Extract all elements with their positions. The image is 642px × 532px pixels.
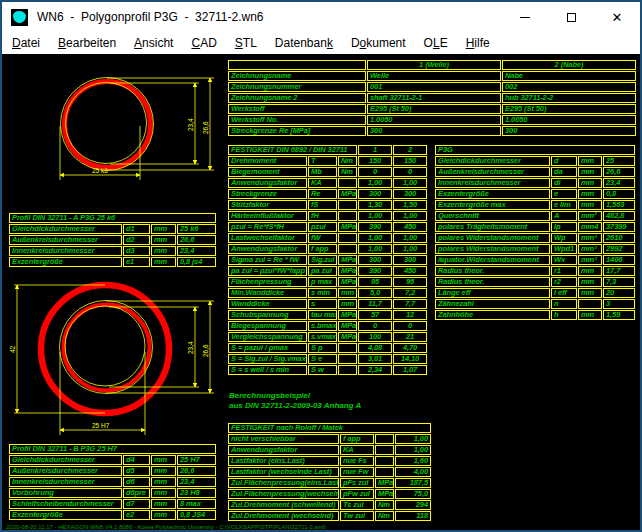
- menu-item-datei[interactable]: Datei: [3, 34, 49, 52]
- table-cell: 7,2: [393, 288, 427, 298]
- table-row: Radius theor.r1mm17,7: [435, 266, 635, 276]
- table-row: Außenkreisdurchmesserd5mm26,6: [9, 466, 216, 476]
- table-cell: [338, 178, 357, 188]
- table-profil-b: Profil DIN 32711 - B P3G 25 H7Gleichdick…: [8, 443, 217, 521]
- table-header-row: FESTIGKEIT DIN 6892 / DIN 3271112: [228, 145, 427, 155]
- table-row: Radius theor.r2mm7,3: [435, 277, 635, 287]
- table-cell: d6: [123, 477, 150, 487]
- table-row: Innenkreisdurchmesserd3mm23,4: [9, 246, 216, 256]
- table-cell: pa zul = pzul*fW*fapp: [228, 266, 307, 276]
- table-cell: h: [551, 310, 577, 320]
- table-cell: Vorbohrung: [9, 488, 122, 498]
- table-cell: 1,00: [393, 244, 427, 254]
- maximize-button[interactable]: [548, 2, 594, 32]
- table-cell: Mb: [308, 167, 337, 177]
- menu-item-datenbank[interactable]: Datenbank: [266, 34, 342, 52]
- table-cell: d6pre: [123, 488, 150, 498]
- table-cell: 3,01: [358, 354, 392, 364]
- table-cell: Vergleichsspannung: [228, 332, 307, 342]
- table-cell: 4,70: [393, 343, 427, 353]
- menu-item-cad[interactable]: CAD: [182, 34, 225, 52]
- table-cell: mm: [578, 288, 602, 298]
- dim-label-width: 25 H7: [92, 422, 110, 429]
- table-row: Biegespannungs.bmaxMPa00: [228, 321, 427, 331]
- table-cell: Wanddicke: [228, 299, 307, 309]
- table-p3g-geometry: P3GGleichdickdurchmesserdmm25Außenkreisd…: [434, 144, 636, 321]
- table-cell: Anwendungsfaktor: [228, 178, 307, 188]
- table-row: S = s well / s minS w2,341,07: [228, 365, 427, 375]
- table-row: nicht verschiebbarf app1,00: [228, 434, 431, 444]
- table-header-cell: 1 (Welle): [367, 60, 501, 70]
- table-cell: Länge eff: [435, 288, 550, 298]
- drawing-shaft-profile: 23,4 26,6 25 k6: [2, 54, 227, 219]
- table-cell: Werkstoff No.: [228, 115, 366, 125]
- table-cell: hub 32711-2-2: [502, 93, 636, 103]
- close-button[interactable]: ✕: [594, 2, 640, 32]
- caption-buttons: ✕: [502, 2, 640, 32]
- table-cell: 450: [393, 266, 427, 276]
- table-cell: mm: [578, 178, 602, 188]
- minimize-button[interactable]: [502, 2, 548, 32]
- table-cell: KA: [308, 178, 337, 188]
- table-row: StreckgrenzeReMPa300300: [228, 189, 427, 199]
- table-cell: Ts zul: [340, 500, 374, 510]
- table-cell: da: [551, 167, 577, 177]
- menu-item-dokument[interactable]: Dokument: [342, 34, 415, 52]
- table-cell: T: [308, 156, 337, 166]
- minimize-icon: [520, 17, 530, 18]
- table-row: polares WiderstandsmomentWpmm³2610: [435, 233, 635, 243]
- table-cell: d4: [123, 455, 150, 465]
- table-cell: mm: [578, 266, 602, 276]
- menu-item-ansicht[interactable]: Ansicht: [125, 34, 182, 52]
- table-cell: 21: [393, 332, 427, 342]
- table-cell: Nm: [338, 167, 357, 177]
- table-row: polares WiderstandsmomentWpd1mm³2992: [435, 244, 635, 254]
- table-cell: polares Widerstandsmoment: [435, 244, 550, 254]
- menu-item-hilfe[interactable]: Hilfe: [457, 34, 499, 52]
- table-cell: MPa: [375, 489, 394, 499]
- table-row: Exzentergröße maxe limmm1,563: [435, 200, 635, 210]
- table-cell: 23,4: [603, 178, 635, 188]
- table-cell: 25 k6: [177, 224, 216, 234]
- table-cell: 4,08: [358, 343, 392, 353]
- table-cell: mm: [151, 455, 176, 465]
- table-row: Länge effl effmm20: [435, 288, 635, 298]
- table-cell: 300: [367, 126, 501, 136]
- table-cell: Exzentergröße: [9, 510, 122, 520]
- table-row: Schubspannungtau maxMPa5712: [228, 310, 427, 320]
- menu-item-bearbeiten[interactable]: Bearbeiten: [49, 34, 125, 52]
- table-cell: S w: [308, 365, 337, 375]
- table-cell: 25: [603, 156, 635, 166]
- table-cell: e2: [123, 510, 150, 520]
- table-cell: Lastfaktor (eins.Last): [228, 456, 339, 466]
- table-cell: [375, 434, 394, 444]
- table-cell: Außenkreisdurchmesser: [9, 235, 122, 245]
- table-cell: Tw zul: [340, 511, 374, 521]
- table-cell: nicht verschiebbar: [228, 434, 339, 444]
- table-cell: 4,00: [395, 467, 431, 477]
- table-cell: [375, 456, 394, 466]
- table-cell: 1,00: [395, 434, 431, 444]
- table-cell: mm: [151, 488, 176, 498]
- table-row: Zul.Flächenpressung(eins.Last)pFs zulMPa…: [228, 478, 431, 488]
- table-cell: MPa: [338, 189, 357, 199]
- table-cell: pzul = Re*fS*fH: [228, 222, 307, 232]
- table-cell: [338, 211, 357, 221]
- table-cell: 2,34: [358, 365, 392, 375]
- table-cell: Re: [308, 189, 337, 199]
- app-window: WN6 - Polygonprofil P3G - 32711-2.wn6 ✕ …: [0, 0, 642, 532]
- table-cell: mm: [578, 277, 602, 287]
- table-cell: pFs zul: [340, 478, 374, 488]
- table-cell: mm: [151, 477, 176, 487]
- table-cell: Streckgrenze: [228, 189, 307, 199]
- table-cell: mm: [151, 499, 176, 509]
- table-cell: e: [551, 189, 577, 199]
- table-cell: 0: [393, 167, 427, 177]
- table-cell: e lim: [551, 200, 577, 210]
- table-cell: S = s well / s min: [228, 365, 307, 375]
- table-cell: Ip: [551, 222, 577, 232]
- table-cell: Zul.Drehmoment (schwellend): [228, 500, 339, 510]
- menu-item-stl[interactable]: STL: [226, 34, 266, 52]
- menu-item-ole[interactable]: OLE: [415, 34, 457, 52]
- table-cell: [338, 200, 357, 210]
